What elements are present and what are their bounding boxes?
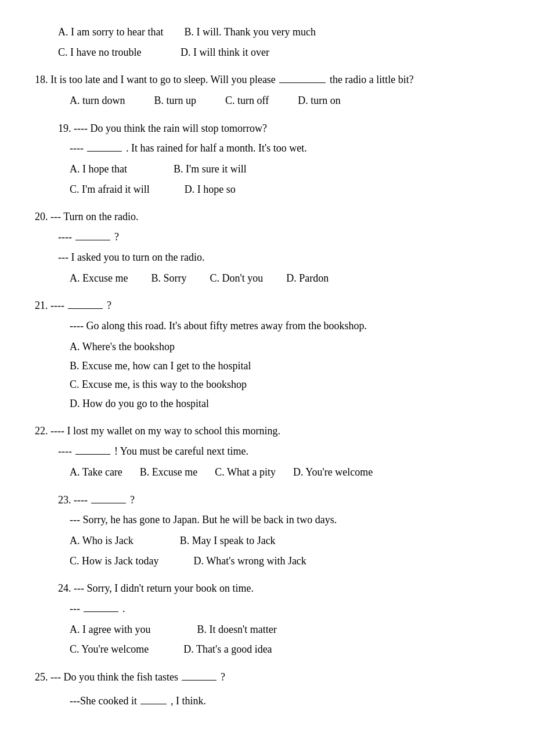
q24-option-a: A. I agree with you	[70, 621, 150, 639]
q22-dialogue1: 22. ---- I lost my wallet on my way to s…	[35, 423, 499, 440]
q18-text-before: It is too late and I want to go to sleep…	[50, 74, 276, 85]
q21-d1pre: ----	[50, 300, 67, 311]
q18-block: 18. It is too late and I want to go to s…	[35, 71, 499, 109]
q17-options-block: A. I am sorry to hear that B. I will. Th…	[35, 23, 499, 61]
q19-block: 19. ---- Do you think the rain will stop…	[35, 120, 499, 199]
q20-option-d: D. Pardon	[286, 269, 329, 287]
q21-d1after: ?	[107, 300, 111, 311]
q19-d2after: . It has rained for half a month. It's t…	[126, 142, 307, 154]
q25-d2pre: ---She cooked it	[70, 695, 137, 707]
q23-option-d: D. What's wrong with Jack	[193, 552, 306, 570]
q25-d1pre: --- Do you think the fish tastes	[50, 671, 178, 683]
q18-option-c: C. turn off	[225, 92, 269, 110]
q19-d1: ---- Do you think the rain will stop tom…	[74, 123, 267, 134]
q24-option-c: C. You're welcome	[70, 640, 149, 658]
q21-dialogue1: 21. ---- ?	[35, 297, 499, 314]
q19-option-d: D. I hope so	[185, 181, 236, 199]
q18-text-after: the radio a little bit?	[330, 74, 414, 85]
q22-option-d: D. You're welcome	[293, 463, 373, 481]
q24-option-d: D. That's a good idea	[183, 640, 272, 658]
q18-number: 18.	[35, 74, 48, 85]
q23-options-cd: C. How is Jack today D. What's wrong wit…	[70, 552, 499, 570]
q17-option-a: A. I am sorry to hear that	[58, 26, 163, 38]
q25-d1after: ?	[221, 671, 225, 683]
q23-d2: --- Sorry, he has gone to Japan. But he …	[70, 514, 337, 525]
q17-option-d: D. I will think it over	[181, 46, 269, 58]
q25-dialogue1: 25. --- Do you think the fish tastes ?	[35, 669, 499, 686]
q20-dialogue2: ---- ?	[58, 229, 499, 246]
q23-blank	[91, 503, 126, 503]
q22-dialogue2: ---- ! You must be careful next time.	[58, 443, 499, 460]
q22-block: 22. ---- I lost my wallet on my way to s…	[35, 423, 499, 481]
q20-options: A. Excuse me B. Sorry C. Don't you D. Pa…	[70, 269, 499, 287]
q24-d1: --- Sorry, I didn't return your book on …	[74, 582, 254, 594]
q17-option-row-cd: C. I have no trouble D. I will think it …	[58, 44, 499, 62]
q20-d2after: ?	[114, 231, 119, 243]
q21-dialogue2: ---- Go along this road. It's about fift…	[70, 318, 499, 334]
q25-dialogue2: ---She cooked it , I think.	[70, 693, 499, 710]
q22-option-c: C. What a pity	[215, 463, 276, 481]
q23-block: 23. ---- ? --- Sorry, he has gone to Jap…	[35, 492, 499, 570]
q17-option-c: C. I have no trouble	[58, 46, 141, 58]
q19-blank	[87, 151, 122, 152]
q24-blank	[84, 611, 118, 612]
q19-number: 19.	[58, 123, 71, 134]
q24-option-b: B. It doesn't matter	[197, 621, 276, 639]
q22-d1: ---- I lost my wallet on my way to schoo…	[50, 425, 280, 437]
q22-option-a: A. Take care	[70, 463, 122, 481]
q22-number: 22.	[35, 425, 48, 437]
q24-number: 24.	[58, 582, 71, 594]
q25-d2after: , I think.	[171, 695, 206, 707]
q20-dialogue1: 20. --- Turn on the radio.	[35, 208, 499, 225]
q24-d2after: .	[122, 603, 125, 614]
q23-option-c: C. How is Jack today	[70, 552, 158, 570]
q20-blank	[75, 240, 110, 240]
q23-number: 23.	[58, 494, 71, 506]
q21-option-a: A. Where's the bookshop	[70, 338, 499, 356]
q25-blank1	[182, 680, 217, 681]
q19-d2: ----	[70, 142, 84, 154]
q18-text: 18. It is too late and I want to go to s…	[35, 71, 499, 88]
q23-dialogue1: 23. ---- ?	[58, 492, 499, 509]
q21-number: 21.	[35, 300, 48, 311]
q21-option-c: C. Excuse me, is this way to the booksho…	[70, 376, 499, 394]
q17-option-row-ab: A. I am sorry to hear that B. I will. Th…	[58, 23, 499, 41]
q21-blank	[68, 308, 103, 309]
q24-options-cd: C. You're welcome D. That's a good idea	[70, 640, 499, 658]
q20-d2pre: ----	[58, 231, 72, 243]
q24-options-ab: A. I agree with you B. It doesn't matter	[70, 621, 499, 639]
q20-block: 20. --- Turn on the radio. ---- ? --- I …	[35, 208, 499, 287]
q23-d1pre: ----	[74, 494, 90, 506]
q24-block: 24. --- Sorry, I didn't return your book…	[35, 580, 499, 658]
q22-option-b: B. Excuse me	[140, 463, 197, 481]
q21-block: 21. ---- ? ---- Go along this road. It's…	[35, 297, 499, 412]
q19-option-b: B. I'm sure it will	[174, 160, 247, 178]
q21-d2: ---- Go along this road. It's about fift…	[70, 320, 367, 332]
q25-block: 25. --- Do you think the fish tastes ? -…	[35, 669, 499, 710]
q19-dialogue2: ---- . It has rained for half a month. I…	[70, 140, 499, 157]
q17-option-b: B. I will. Thank you very much	[184, 26, 316, 38]
q21-option-d: D. How do you go to the hospital	[70, 395, 499, 413]
exam-content: A. I am sorry to hear that B. I will. Th…	[35, 23, 499, 710]
q22-d2pre: ----	[58, 445, 72, 457]
q20-option-a: A. Excuse me	[70, 269, 128, 287]
q18-option-b: B. turn up	[154, 92, 197, 110]
q23-options-ab: A. Who is Jack B. May I speak to Jack	[70, 532, 499, 550]
q20-d1: --- Turn on the radio.	[50, 211, 139, 222]
q24-dialogue1: 24. --- Sorry, I didn't return your book…	[58, 580, 499, 597]
q22-blank	[75, 454, 110, 455]
q21-option-b: B. Excuse me, how can I get to the hospi…	[70, 357, 499, 375]
q23-dialogue2: --- Sorry, he has gone to Japan. But he …	[70, 512, 499, 528]
q24-d2pre: ---	[70, 603, 80, 614]
q20-number: 20.	[35, 211, 48, 222]
q25-number: 25.	[35, 671, 48, 683]
q23-option-b: B. May I speak to Jack	[180, 532, 276, 550]
q20-dialogue3: --- I asked you to turn on the radio.	[58, 249, 499, 266]
q19-dialogue1: 19. ---- Do you think the rain will stop…	[58, 120, 499, 137]
q18-option-d: D. turn on	[298, 92, 341, 110]
q25-blank2	[140, 704, 167, 704]
q18-blank	[279, 82, 326, 83]
q19-option-c: C. I'm afraid it will	[70, 181, 150, 199]
q19-options-ab: A. I hope that B. I'm sure it will	[70, 160, 499, 178]
q23-option-a: A. Who is Jack	[70, 532, 134, 550]
